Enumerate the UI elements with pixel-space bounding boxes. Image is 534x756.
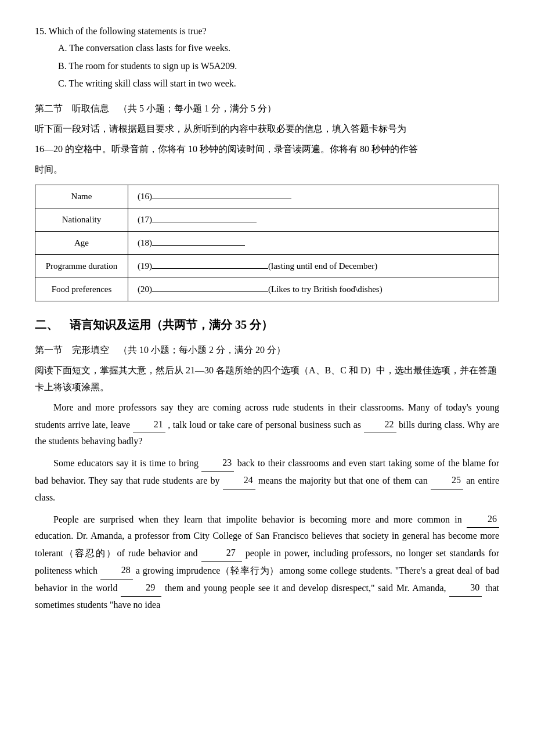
blank-25: 25 [431, 472, 463, 489]
passage-p1: More and more professors say they are co… [35, 399, 499, 450]
passage-p3: People are surprised when they learn tha… [35, 511, 499, 614]
fill-table: Name (16) Nationality (17) Age (18) Prog… [35, 185, 499, 301]
table-label-food: Food preferences [35, 278, 128, 301]
p3e-text: them and young people see it and develop… [165, 583, 446, 593]
q15-number: 15. [35, 26, 46, 36]
blank-30: 30 [449, 579, 482, 597]
q15-option-b-text: The room for students to sign up is W5A2… [68, 61, 237, 71]
table-row-nationality: Nationality (17) [35, 208, 499, 232]
blank-22: 22 [364, 416, 396, 434]
blank-24: 24 [223, 472, 255, 489]
table-value-name: (16) [128, 185, 499, 208]
passage-p2: Some educators say it is time to bring 2… [35, 455, 499, 506]
instruction3: 时间。 [35, 161, 499, 178]
instruction2: 16—20 的空格中。听录音前，你将有 10 秒钟的阅读时间，录音读两遍。你将有… [35, 141, 499, 158]
q15-option-c: C. The writing skill class will start in… [58, 75, 499, 92]
q15-option-c-label: C. [58, 78, 67, 88]
q15-option-a-text: The conversation class lasts for five we… [69, 43, 230, 53]
cloze-instruction: 阅读下面短文，掌握其大意，然后从 21—30 各题所给的四个选项（A、B、C 和… [35, 362, 499, 396]
table-value-nationality: (17) [128, 208, 499, 232]
p2c-text: means the majority but that one of them … [258, 476, 428, 485]
table-row-name: Name (16) [35, 185, 499, 208]
table-label-programme: Programme duration [35, 255, 128, 278]
section2-label: 第二节 听取信息 （共 5 小题；每小题 1 分，满分 5 分） [35, 100, 499, 117]
blank-27: 27 [201, 545, 242, 562]
question-15: 15. Which of the following statements is… [35, 23, 499, 92]
q15-option-a: A. The conversation class lasts for five… [58, 40, 499, 57]
table-value-food: (20)(Likes to try British food\dishes) [128, 278, 499, 301]
table-row-programme: Programme duration (19)(lasting until en… [35, 255, 499, 278]
blank-29: 29 [121, 579, 161, 597]
table-value-age: (18) [128, 232, 499, 255]
q15-option-c-text: The writing skill class will start in tw… [68, 78, 236, 88]
blank-21: 21 [133, 416, 165, 434]
q15-options: A. The conversation class lasts for five… [58, 40, 499, 92]
p3-text: People are surprised when they learn tha… [53, 514, 462, 524]
q15-option-b: B. The room for students to sign up is W… [58, 58, 499, 75]
table-label-nationality: Nationality [35, 208, 128, 232]
p2-text: Some educators say it is time to bring [53, 458, 199, 468]
table-row-food: Food preferences (20)(Likes to try Briti… [35, 278, 499, 301]
table-row-age: Age (18) [35, 232, 499, 255]
table-label-age: Age [35, 232, 128, 255]
question-15-text: 15. Which of the following statements is… [35, 23, 499, 40]
sub-section-label: 第一节 完形填空 （共 10 小题；每小题 2 分，满分 20 分） [35, 342, 499, 359]
instruction1: 听下面一段对话，请根据题目要求，从所听到的内容中获取必要的信息，填入答题卡标号为 [35, 121, 499, 138]
q15-option-a-label: A. [58, 43, 67, 53]
blank-26: 26 [467, 511, 499, 528]
p1b-text: , talk loud or take care of personal bus… [168, 420, 361, 430]
q15-text: Which of the following statements is tru… [49, 26, 207, 36]
blank-23: 23 [201, 455, 234, 472]
table-value-programme: (19)(lasting until end of December) [128, 255, 499, 278]
blank-28: 28 [100, 562, 133, 579]
table-label-name: Name [35, 185, 128, 208]
section-two-title: 二、 语言知识及运用（共两节，满分 35 分） [35, 314, 499, 335]
q15-option-b-label: B. [58, 61, 67, 71]
